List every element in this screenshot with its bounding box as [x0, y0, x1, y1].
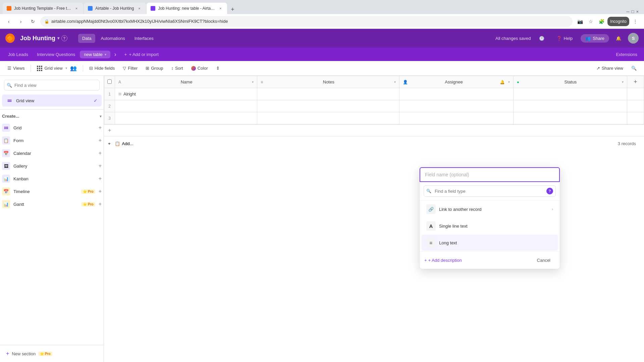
row-1-notes-cell[interactable] [257, 88, 399, 100]
field-type-single-line[interactable]: A Single line text [422, 218, 558, 234]
tab-close-3[interactable]: × [218, 6, 223, 11]
app-info-icon[interactable]: ? [61, 35, 67, 41]
row-1-assignee-cell[interactable] [399, 88, 513, 100]
tab-close-2[interactable]: × [137, 6, 142, 11]
notes-column-header[interactable]: ≡ Notes ▾ [257, 76, 399, 88]
field-type-long-text[interactable]: ≡ Long text [422, 235, 558, 251]
tab-job-leads[interactable]: Job Leads [4, 51, 32, 58]
status-col-chevron[interactable]: ▾ [622, 80, 624, 84]
row-1-status-cell[interactable] [513, 88, 627, 100]
tab-interview-questions[interactable]: Interview Questions [33, 51, 79, 58]
add-row-button[interactable]: + [104, 124, 644, 136]
add-row-footer-button[interactable]: + [108, 141, 111, 146]
row-2-status-cell[interactable] [513, 100, 627, 112]
assignee-col-bell-icon[interactable]: 🔔 [500, 80, 505, 84]
browser-tab-2[interactable]: Airtable - Job Hunting × [84, 3, 146, 14]
create-kanban-add-icon[interactable]: + [99, 176, 102, 182]
cancel-button[interactable]: Cancel [532, 256, 555, 265]
create-kanban-item[interactable]: 📊 Kanban + [0, 172, 104, 185]
nav-interfaces[interactable]: Interfaces [130, 34, 158, 43]
field-type-link[interactable]: 🔗 Link to another record › [422, 201, 558, 217]
new-tab-button[interactable]: + [228, 5, 237, 14]
extensions-button[interactable]: Extensions [613, 51, 640, 58]
add-with-form-button[interactable]: 📋 Add... [115, 141, 133, 146]
row-3-status-cell[interactable] [513, 112, 627, 124]
forward-button[interactable]: › [16, 17, 25, 26]
create-form-item[interactable]: 📋 Form + [0, 134, 104, 147]
search-records-button[interactable]: 🔍 [628, 64, 640, 72]
color-button[interactable]: Color [188, 64, 211, 72]
create-timeline-item[interactable]: 📅 Timeline ⭐ Pro + [0, 185, 104, 198]
tabs-overflow-button[interactable]: › [111, 50, 120, 59]
browser-tab-1[interactable]: Job Hunting Template - Free to u... × [3, 3, 83, 14]
row-expand-icon[interactable]: ⊞ [118, 92, 121, 96]
window-minimize[interactable]: ─ [626, 9, 629, 14]
row-3-name-cell[interactable] [115, 112, 257, 124]
grid-view-people-icon[interactable]: 👥 [70, 65, 77, 71]
assignee-col-chevron[interactable]: ▾ [508, 80, 510, 84]
app-name-chevron-icon[interactable]: ▾ [57, 36, 59, 41]
nav-automations[interactable]: Automations [97, 34, 129, 43]
row-height-button[interactable]: ⇕ [213, 64, 223, 72]
views-button[interactable]: ☰ Views [4, 64, 28, 72]
reload-button[interactable]: ↻ [28, 17, 38, 26]
help-button[interactable]: ❓ Help [552, 34, 577, 43]
create-header[interactable]: Create... ▾ [0, 112, 104, 120]
row-2-name-cell[interactable] [115, 100, 257, 112]
address-bar[interactable]: 🔒 airtable.com/appNMajdd0Nt3vo0X/tbl7kxM… [40, 16, 573, 27]
find-view-input[interactable] [4, 80, 100, 90]
hide-fields-button[interactable]: ⊟ Hide fields [86, 64, 118, 72]
create-gantt-item[interactable]: 📊 Gantt ⭐ Pro + [0, 198, 104, 210]
camera-off-icon[interactable]: 📷 [575, 17, 585, 26]
avatar[interactable]: S [628, 33, 639, 44]
field-name-input[interactable] [420, 167, 560, 182]
create-gallery-item[interactable]: 🖼 Gallery + [0, 160, 104, 172]
create-calendar-item[interactable]: 📅 Calendar + [0, 147, 104, 160]
history-button[interactable]: 🕐 [535, 34, 548, 43]
nav-data[interactable]: Data [78, 34, 95, 43]
sort-button[interactable]: ↕ Sort [168, 64, 186, 72]
menu-icon[interactable]: ⋮ [631, 17, 640, 26]
select-all-checkbox[interactable] [107, 79, 112, 84]
add-column-icon[interactable]: + [634, 78, 637, 85]
window-maximize[interactable]: □ [632, 9, 634, 14]
incognito-label[interactable]: Incognito [607, 17, 629, 26]
add-table-button[interactable]: + + Add or import [120, 51, 163, 58]
bookmark-icon[interactable]: ☆ [586, 17, 595, 26]
status-column-header[interactable]: ● Status ▾ [513, 76, 627, 88]
new-section-button[interactable]: + New section ⭐ Pro [4, 348, 100, 359]
name-column-header[interactable]: A Name ▾ [115, 76, 257, 88]
name-col-chevron[interactable]: ▾ [252, 80, 254, 84]
create-calendar-add-icon[interactable]: + [99, 150, 102, 156]
checkbox-header[interactable] [104, 76, 115, 88]
row-2-assignee-cell[interactable] [399, 100, 513, 112]
create-grid-add-icon[interactable]: + [99, 125, 102, 131]
field-type-help-icon[interactable]: ? [546, 188, 553, 194]
create-grid-item[interactable]: Grid + [0, 121, 104, 134]
grid-view-button[interactable]: Grid view ▾ 👥 [34, 63, 80, 73]
sidebar-grid-view-item[interactable]: Grid view ✓ [2, 95, 102, 107]
row-3-notes-cell[interactable] [257, 112, 399, 124]
create-form-add-icon[interactable]: + [99, 137, 102, 143]
browser-tab-3[interactable]: Job Hunting: new table - Airtable × [147, 3, 227, 14]
table-scroll-area[interactable]: A Name ▾ ≡ Notes ▾ [104, 76, 644, 136]
row-2-notes-cell[interactable] [257, 100, 399, 112]
notes-col-chevron[interactable]: ▾ [394, 80, 396, 84]
row-3-assignee-cell[interactable] [399, 112, 513, 124]
row-1-name-cell[interactable]: ⊞ Alright [115, 88, 257, 100]
window-close[interactable]: × [636, 9, 639, 14]
field-type-search-input[interactable] [424, 185, 556, 197]
notifications-button[interactable]: 🔔 [613, 33, 624, 44]
create-gantt-add-icon[interactable]: + [99, 201, 102, 207]
grid-view-dropdown-icon[interactable]: ▾ [65, 66, 67, 70]
share-button[interactable]: 👥 Share [581, 34, 609, 43]
add-description-button[interactable]: + + Add description [424, 258, 462, 263]
share-view-button[interactable]: ↗ Share view [593, 64, 627, 72]
filter-button[interactable]: ▽ Filter [119, 64, 141, 72]
group-button[interactable]: ⊞ Group [142, 64, 166, 72]
tab-close-1[interactable]: × [74, 6, 79, 11]
back-button[interactable]: ‹ [4, 17, 13, 26]
assignee-column-header[interactable]: 👤 Assignee 🔔 ▾ [399, 76, 513, 88]
extension-icon[interactable]: 🧩 [597, 17, 606, 26]
tab-new-table[interactable]: new table ▾ [80, 51, 110, 58]
